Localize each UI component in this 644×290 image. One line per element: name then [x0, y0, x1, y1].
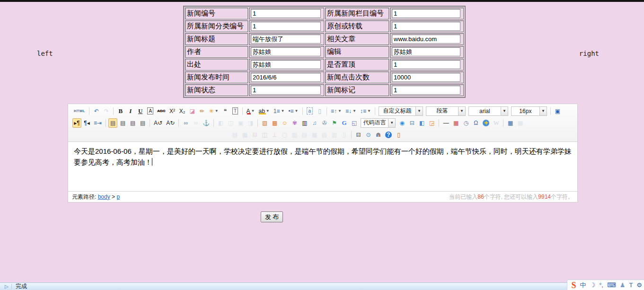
- news-title-input[interactable]: [251, 35, 321, 44]
- webapp-icon[interactable]: ◉: [397, 118, 406, 128]
- editor-input[interactable]: [392, 47, 460, 56]
- chevron-down-icon[interactable]: ▼: [281, 109, 284, 113]
- element-path-p-link[interactable]: p: [116, 193, 120, 200]
- chinese-mode-icon[interactable]: 中: [580, 282, 586, 288]
- publish-button[interactable]: 发 布: [261, 211, 283, 222]
- news-status-input[interactable]: [251, 86, 321, 95]
- clear-document-icon[interactable]: ▯: [315, 106, 324, 116]
- line-height-icon[interactable]: ↕≡▼: [359, 106, 372, 116]
- emoticon-icon[interactable]: ☺: [280, 118, 289, 128]
- help-icon[interactable]: ?: [384, 130, 393, 140]
- attachment-icon[interactable]: ✇: [320, 118, 329, 128]
- paragraph-spacing-top-icon[interactable]: ≡↑▼: [329, 106, 343, 116]
- search-replace-icon[interactable]: ⋒: [374, 130, 383, 140]
- insert-video-icon[interactable]: ▥: [300, 118, 309, 128]
- key-seal-icon[interactable]: ✦: [481, 118, 491, 128]
- chevron-down-icon[interactable]: ▼: [501, 107, 508, 115]
- select-all-icon[interactable]: a: [305, 106, 315, 116]
- settings-wrench-icon[interactable]: ⚙: [636, 282, 642, 288]
- subscript-icon[interactable]: X₂: [178, 106, 187, 116]
- print-icon[interactable]: ⊟: [354, 130, 363, 140]
- paste-as-text-icon[interactable]: T: [231, 106, 240, 116]
- chevron-down-icon[interactable]: ▼: [295, 109, 299, 113]
- element-path-body-link[interactable]: body: [98, 193, 110, 200]
- font-border-icon[interactable]: A: [146, 106, 155, 116]
- paragraph-rtl-icon[interactable]: ¶◂: [82, 118, 91, 128]
- chevron-down-icon[interactable]: ▼: [367, 109, 371, 113]
- align-justify-icon[interactable]: ▤: [138, 118, 147, 128]
- bold-icon[interactable]: B: [116, 106, 125, 116]
- fullscreen-icon[interactable]: ▣: [553, 106, 562, 116]
- chevron-down-icon[interactable]: ▼: [539, 107, 547, 115]
- publish-time-input[interactable]: [251, 73, 321, 82]
- scrawl-palette-icon[interactable]: ✾: [290, 118, 299, 128]
- remove-format-eraser-icon[interactable]: ◪: [188, 106, 197, 116]
- italic-icon[interactable]: I: [126, 106, 135, 116]
- align-center-icon[interactable]: ▤: [118, 118, 127, 128]
- sogou-logo-icon[interactable]: S: [571, 281, 576, 290]
- news-tag-input[interactable]: [392, 86, 460, 95]
- chevron-down-icon[interactable]: ▼: [415, 107, 423, 115]
- news-column-id-input[interactable]: [392, 9, 460, 18]
- chevron-down-icon[interactable]: ▼: [458, 107, 465, 115]
- blockquote-icon[interactable]: ❝: [221, 106, 230, 116]
- author-input[interactable]: [251, 47, 321, 56]
- source-code-icon[interactable]: HTML: [72, 106, 87, 116]
- insert-table-icon[interactable]: ▦: [506, 118, 515, 128]
- indent-icon[interactable]: ≡⇥: [92, 118, 103, 128]
- paste-icon[interactable]: ▯: [394, 130, 403, 140]
- highlight-color-icon[interactable]: ab▼: [257, 106, 271, 116]
- auto-typeset-wand-icon[interactable]: ✳▼: [208, 106, 220, 116]
- google-map-icon[interactable]: G: [340, 118, 349, 128]
- half-full-width-moon-icon[interactable]: ☽: [590, 282, 596, 288]
- original-or-reprint-input[interactable]: [392, 22, 460, 31]
- code-language-combo[interactable]: 代码语言▼: [361, 118, 396, 128]
- rotate-left-icon[interactable]: A↺: [152, 118, 164, 128]
- custom-title-combo[interactable]: 自定义标题▼: [379, 106, 423, 116]
- insert-date-icon[interactable]: ▦: [451, 118, 460, 128]
- is-pinned-input[interactable]: [392, 60, 460, 69]
- punctuation-mode-icon[interactable]: °,: [599, 282, 603, 288]
- template-icon[interactable]: ◧: [417, 118, 426, 128]
- user-icon[interactable]: ♟: [620, 282, 626, 288]
- paragraph-format-combo[interactable]: 段落▼: [426, 106, 466, 116]
- preview-icon[interactable]: ⊙: [364, 130, 373, 140]
- unordered-list-icon[interactable]: •≡▼: [287, 106, 300, 116]
- chevron-down-icon[interactable]: ▼: [266, 109, 270, 113]
- underline-icon[interactable]: U: [136, 106, 145, 116]
- rotate-right-icon[interactable]: A↻: [165, 118, 176, 128]
- font-color-icon[interactable]: A▼: [245, 106, 256, 116]
- multi-image-icon[interactable]: ▩: [270, 118, 279, 128]
- superscript-icon[interactable]: X²: [168, 106, 177, 116]
- horizontal-rule-icon[interactable]: —: [441, 118, 450, 128]
- paragraph-ltr-icon[interactable]: ▸¶: [72, 118, 81, 128]
- ordered-list-icon[interactable]: 1≡▼: [272, 106, 286, 116]
- screenshot-icon[interactable]: ◲: [427, 118, 436, 128]
- strikethrough-icon[interactable]: ABC: [156, 106, 167, 116]
- insert-iframe-icon[interactable]: ◱: [350, 118, 359, 128]
- click-count-input[interactable]: [392, 73, 460, 82]
- font-family-combo[interactable]: arial▼: [468, 106, 508, 116]
- undo-icon[interactable]: ↶: [92, 106, 101, 116]
- skin-icon[interactable]: T: [629, 282, 633, 288]
- source-input[interactable]: [251, 60, 321, 69]
- page-break-icon[interactable]: ⊟: [407, 118, 416, 128]
- paragraph-spacing-bottom-icon[interactable]: ≡↓▼: [344, 106, 358, 116]
- map-icon[interactable]: ⚑: [330, 118, 339, 128]
- anchor-icon[interactable]: ⚓: [201, 118, 211, 128]
- music-icon[interactable]: ♫: [310, 118, 319, 128]
- insert-image-icon[interactable]: ▧: [260, 118, 269, 128]
- font-size-combo[interactable]: 16px▼: [511, 106, 547, 116]
- format-painter-brush-icon[interactable]: ✏: [198, 106, 207, 116]
- related-article-input[interactable]: [392, 35, 460, 44]
- align-right-icon[interactable]: ▤: [128, 118, 137, 128]
- news-id-input[interactable]: [251, 9, 321, 18]
- chevron-down-icon[interactable]: ▼: [215, 109, 219, 113]
- news-category-id-input[interactable]: [251, 22, 321, 31]
- chevron-down-icon[interactable]: ▼: [388, 119, 395, 127]
- insert-time-icon[interactable]: ◷: [461, 118, 470, 128]
- soft-keyboard-icon[interactable]: ⌨: [607, 282, 616, 288]
- align-left-icon[interactable]: ▤: [108, 118, 117, 128]
- chevron-down-icon[interactable]: ▼: [251, 109, 255, 113]
- special-chars-icon[interactable]: Ω: [471, 118, 480, 128]
